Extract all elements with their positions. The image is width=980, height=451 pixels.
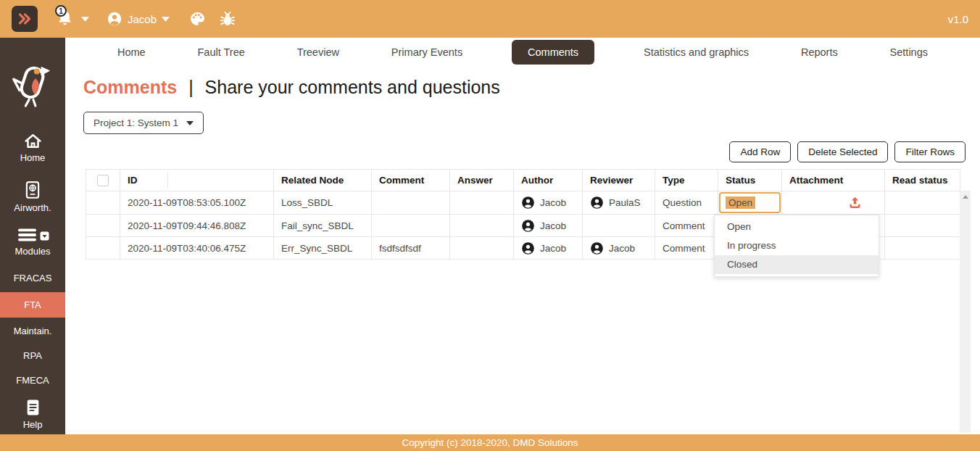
page-title-subtitle: Share your comments and questions [205,77,500,97]
type-cell[interactable]: Comment [655,215,718,237]
caret-down-icon[interactable] [81,17,89,22]
user-menu[interactable]: Jacob [107,11,170,27]
sidebar-item-label: Home [20,152,46,163]
answer-cell[interactable] [450,215,514,237]
bug-icon[interactable] [219,10,236,28]
user-avatar-icon [107,11,122,27]
id-cell[interactable]: 2020-11-09T09:44:46.808Z [120,215,274,237]
table-vertical-scrollbar[interactable] [960,191,971,433]
row-checkbox-cell[interactable] [86,191,120,215]
header-answer: Answer [450,170,514,191]
tab-primary-events[interactable]: Primary Events [389,40,465,65]
page-title-separator: | [188,77,194,97]
status-option-in-progress[interactable]: In progress [715,236,879,255]
footer: Copyright (c) 2018-2020, DMD Solutions [0,434,980,451]
id-cell[interactable]: 2020-11-09T03:40:06.475Z [120,237,274,260]
delete-selected-button[interactable]: Delete Selected [797,141,888,162]
sidebar-item-help[interactable]: Help [0,398,65,430]
sidebar-item-fracas[interactable]: FRACAS [0,273,65,284]
related-node-cell[interactable]: Err_Sync_SBDL [274,237,372,260]
status-dropdown: Open In progress Closed [714,215,879,277]
attachment-cell[interactable] [782,191,885,215]
sidebar: Home Airworth. [0,38,65,434]
sidebar-item-modules[interactable]: Modules [0,226,65,257]
expander-icon [40,231,49,241]
status-editor[interactable]: Open [719,192,781,213]
status-option-open[interactable]: Open [715,218,879,236]
author-cell[interactable]: Jacob [514,237,583,260]
author-name: Jacob [540,197,566,208]
sidebar-item-label: FRACAS [14,273,52,284]
table-header-row: ID Related Node Comment Answer Author Re… [86,170,960,191]
topbar: 1 Jacob [0,0,980,38]
related-node-cell[interactable]: Fail_sync_SBDL [274,215,372,237]
read-status-cell[interactable] [885,215,960,237]
status-option-closed[interactable]: Closed [715,255,879,274]
type-cell[interactable]: Comment [655,237,718,260]
project-selector-value: Project 1: System 1 [94,117,178,128]
row-checkbox-cell[interactable] [86,215,120,237]
author-cell[interactable]: Jacob [514,215,583,237]
select-all-checkbox[interactable] [97,175,109,186]
sidebar-item-airworthiness[interactable]: Airworth. [0,181,65,213]
filter-rows-button[interactable]: Filter Rows [894,141,966,162]
tab-statistics-and-graphics[interactable]: Statistics and graphics [641,40,752,65]
reviewer-cell[interactable]: PaulaS [583,191,655,215]
reviewer-cell[interactable]: Jacob [583,237,655,260]
main-content: Home Fault Tree Treeview Primary Events … [65,38,980,434]
related-node-cell[interactable]: Loss_SBDL [274,191,372,215]
reviewer-name: Jacob [609,243,635,254]
user-name: Jacob [128,13,157,25]
type-cell[interactable]: Question [655,191,718,215]
header-read-status: Read status [885,170,960,191]
answer-cell[interactable] [450,237,514,260]
robin-logo[interactable] [10,59,55,109]
tab-comments[interactable]: Comments [512,40,594,65]
sidebar-item-home[interactable]: Home [0,133,65,163]
reviewer-cell[interactable] [583,215,655,237]
tab-fault-tree[interactable]: Fault Tree [195,40,248,65]
scrollbar-up-arrow-icon[interactable] [963,195,968,199]
tab-reports[interactable]: Reports [798,40,841,65]
palette-icon[interactable] [188,10,206,28]
tab-home[interactable]: Home [115,40,149,65]
double-chevron-right-icon [15,9,34,28]
answer-cell[interactable] [450,191,514,215]
header-comment: Comment [372,170,450,191]
comment-cell[interactable]: fsdfsdfsdf [372,237,450,260]
author-cell[interactable]: Jacob [514,191,583,215]
book-icon [24,398,42,417]
header-reviewer: Reviewer [583,170,655,191]
sidebar-toggle-button[interactable] [12,6,38,32]
robin-bird-icon [10,59,55,109]
status-cell-editing[interactable]: Open [718,191,782,215]
person-icon [521,196,535,210]
sidebar-item-label: RPA [23,350,42,361]
row-checkbox-cell[interactable] [86,237,120,260]
sidebar-item-maintain[interactable]: Maintain. [0,326,65,336]
app-window: 1 Jacob [0,0,980,451]
comment-cell[interactable] [372,191,450,215]
tab-treeview[interactable]: Treeview [294,40,342,65]
table-row: 2020-11-09T08:53:05.100Z Loss_SBDL [86,191,960,215]
project-selector[interactable]: Project 1: System 1 [83,112,204,134]
upload-icon[interactable] [847,195,863,210]
sidebar-item-rpa[interactable]: RPA [0,350,65,361]
notifications-button[interactable]: 1 [55,9,75,29]
comments-grid: ID Related Node Comment Answer Author Re… [86,169,971,260]
read-status-cell[interactable] [885,191,960,215]
comment-cell[interactable] [372,215,450,237]
passport-globe-icon [23,181,42,200]
page-title: Comments | Share your comments and quest… [83,77,500,98]
sidebar-item-label: Help [23,419,43,430]
sidebar-item-label: FTA [24,299,41,310]
tab-settings[interactable]: Settings [887,40,931,65]
sidebar-item-fmeca[interactable]: FMECA [0,375,65,386]
header-attachment: Attachment [782,170,885,191]
person-icon [521,241,535,255]
id-cell[interactable]: 2020-11-09T08:53:05.100Z [120,191,274,215]
header-related-node: Related Node [274,170,372,191]
sidebar-item-fta[interactable]: FTA [0,292,65,318]
add-row-button[interactable]: Add Row [729,141,791,162]
read-status-cell[interactable] [885,237,960,260]
